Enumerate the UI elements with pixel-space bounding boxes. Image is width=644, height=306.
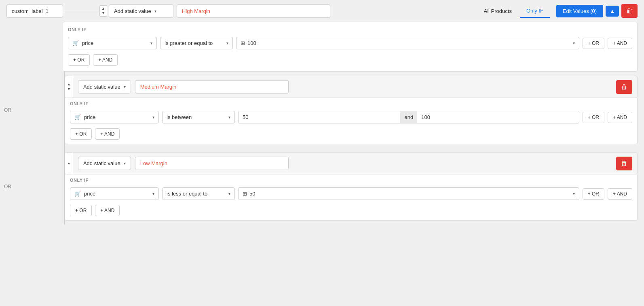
low-margin-value[interactable]: Low Margin (135, 157, 289, 170)
delete-rule-button-2[interactable]: 🗑 (616, 80, 632, 94)
reorder-buttons[interactable]: ▲ ▼ (99, 5, 107, 17)
field-select-2[interactable]: 🛒 price ▾ (70, 111, 159, 123)
add-static-label-2: Add static value (83, 84, 120, 90)
value-chevron-1: ▾ (573, 41, 575, 45)
field-label-2: price (84, 114, 95, 120)
tab-only-if[interactable]: Only IF (520, 4, 550, 18)
cart-icon-3: 🛒 (74, 191, 81, 197)
cart-icon-1: 🛒 (72, 40, 79, 46)
edit-values-button[interactable]: Edit Values (0) (556, 5, 603, 17)
cart-icon-2: 🛒 (74, 114, 81, 120)
tab-all-products[interactable]: All Products (477, 5, 518, 17)
tab-group: All Products Only IF (477, 4, 550, 18)
medium-margin-value[interactable]: Medium Margin (135, 80, 289, 94)
plus-and-btn-1b[interactable]: + AND (93, 54, 118, 66)
plus-or-btn-1b[interactable]: + OR (68, 54, 90, 66)
reorder-up-button[interactable]: ▲ (606, 6, 619, 17)
field-label-1: price (82, 40, 93, 46)
up-icon-3[interactable]: ▲ (67, 161, 71, 166)
chevron-3: ▾ (124, 161, 126, 166)
custom-label: custom_label_1 (6, 4, 63, 18)
between-and-label: and (400, 111, 417, 123)
value-select-1[interactable]: ⊞ 100 ▾ (236, 37, 579, 49)
down-arrow-icon[interactable]: ▼ (101, 11, 105, 15)
high-margin-value[interactable]: High Margin (177, 4, 330, 18)
operator-label-1: is greater or equal to (165, 40, 213, 46)
condition-row-1: 🛒 price ▾ is greater or equal to ▾ ⊞ 100… (63, 34, 637, 53)
field-select-1[interactable]: 🛒 price ▾ (68, 37, 157, 49)
only-if-label-1: ONLY IF (63, 24, 637, 34)
operator-chevron-1: ▾ (226, 41, 228, 45)
chevron-down-icon: ▾ (154, 9, 156, 13)
only-if-label-2: ONLY IF (65, 98, 637, 108)
chevron-2: ▾ (124, 85, 126, 89)
add-static-dropdown-2[interactable]: Add static value ▾ (78, 80, 131, 94)
between-from-input[interactable] (238, 111, 400, 123)
or-label-2: OR (4, 184, 11, 189)
plus-and-btn-1a[interactable]: + AND (608, 38, 632, 49)
plus-and-btn-3a[interactable]: + AND (608, 188, 632, 200)
delete-rule-button-1[interactable]: 🗑 (621, 4, 638, 18)
value-label-3: 50 (249, 191, 255, 197)
value-chevron-3: ▾ (573, 191, 575, 196)
condition-row-2: 🛒 price ▾ is between ▾ and + OR (65, 108, 637, 127)
reorder-buttons-2[interactable]: ▲ ▼ (65, 76, 73, 98)
operator-label-3: is less or equal to (167, 191, 207, 197)
only-if-label-3: ONLY IF (65, 174, 637, 184)
field-chevron-3: ▾ (152, 191, 154, 196)
add-buttons-row-3: + OR + AND (65, 203, 637, 220)
add-static-label-3: Add static value (83, 160, 120, 166)
between-group: and (238, 111, 579, 123)
plus-or-btn-3a[interactable]: + OR (583, 188, 604, 200)
plus-and-btn-2b[interactable]: + AND (95, 128, 120, 140)
action-group: Edit Values (0) ▲ 🗑 (556, 4, 638, 18)
field-label-3: price (84, 191, 95, 197)
add-static-label: Add static value (114, 8, 151, 14)
plus-and-btn-3b[interactable]: + AND (95, 205, 120, 216)
rule-2-header: Add static value ▾ Medium Margin (73, 76, 616, 98)
value-select-3[interactable]: ⊞ 50 ▾ (238, 187, 579, 200)
field-select-3[interactable]: 🛒 price ▾ (70, 187, 159, 200)
between-to-input[interactable] (417, 111, 579, 123)
down-icon-2[interactable]: ▼ (67, 87, 71, 92)
field-chevron-2: ▾ (152, 115, 154, 119)
rule-3-header: Add static value ▾ Low Margin (73, 153, 616, 174)
plus-or-btn-1a[interactable]: + OR (583, 38, 604, 49)
value-label-1: 100 (247, 40, 256, 46)
operator-chevron-2: ▾ (228, 115, 230, 119)
operator-chevron-3: ▾ (228, 191, 230, 196)
reorder-buttons-3[interactable]: ▲ (65, 153, 73, 174)
plus-or-btn-3b[interactable]: + OR (70, 205, 92, 216)
add-buttons-row-2: + OR + AND (65, 127, 637, 144)
add-buttons-row-1: + OR + AND (63, 53, 637, 70)
up-arrow-icon[interactable]: ▲ (101, 6, 105, 11)
operator-select-2[interactable]: is between ▾ (162, 111, 235, 123)
operator-select-1[interactable]: is greater or equal to ▾ (160, 37, 233, 49)
grid-icon-1: ⊞ (241, 40, 245, 46)
field-chevron-1: ▾ (150, 41, 152, 45)
operator-label-2: is between (167, 114, 192, 120)
plus-and-btn-2a[interactable]: + AND (608, 112, 632, 123)
operator-select-3[interactable]: is less or equal to ▾ (162, 187, 235, 200)
add-static-dropdown[interactable]: Add static value ▾ (109, 4, 173, 18)
or-label-1: OR (4, 107, 11, 113)
delete-rule-button-3[interactable]: 🗑 (616, 157, 632, 170)
plus-or-btn-2a[interactable]: + OR (583, 112, 604, 123)
plus-or-btn-2b[interactable]: + OR (70, 128, 92, 140)
add-static-dropdown-3[interactable]: Add static value ▾ (78, 157, 131, 170)
condition-row-3: 🛒 price ▾ is less or equal to ▾ ⊞ 50 ▾ +… (65, 184, 637, 203)
up-icon-2[interactable]: ▲ (67, 82, 71, 87)
grid-icon-3: ⊞ (243, 191, 247, 197)
page: custom_label_1 ▲ ▼ Add static value ▾ Hi… (0, 0, 644, 306)
